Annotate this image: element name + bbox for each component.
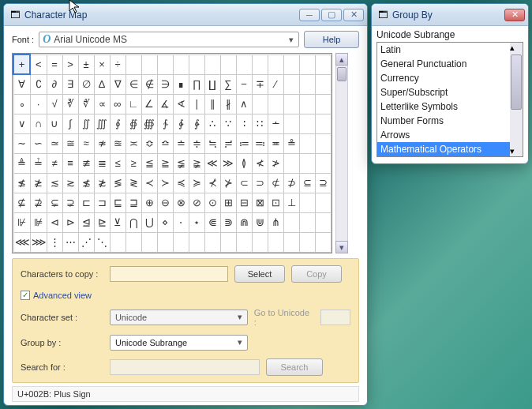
help-button[interactable]: Help xyxy=(304,31,359,48)
char-cell[interactable]: ∛ xyxy=(62,94,78,114)
char-cell[interactable] xyxy=(126,232,141,252)
char-cell[interactable] xyxy=(252,94,268,114)
char-cell[interactable]: ⊴ xyxy=(78,212,94,232)
char-cell[interactable] xyxy=(299,232,315,252)
char-cell[interactable] xyxy=(315,193,331,212)
char-cell[interactable]: ≎ xyxy=(141,133,157,153)
char-cell[interactable]: ⊁ xyxy=(220,173,236,193)
char-cell[interactable]: ∂ xyxy=(47,74,62,94)
char-cell[interactable] xyxy=(315,133,331,153)
char-cell[interactable] xyxy=(315,212,331,232)
char-cell[interactable]: ≣ xyxy=(94,153,110,173)
list-item[interactable]: Latin xyxy=(377,43,510,57)
char-cell[interactable]: ≲ xyxy=(47,173,62,193)
char-cell[interactable]: ⊳ xyxy=(62,212,78,232)
char-cell[interactable]: ⋮ xyxy=(47,232,62,252)
char-cell[interactable]: ⊡ xyxy=(268,193,283,212)
char-cell[interactable]: ⊇ xyxy=(315,173,331,193)
char-cell[interactable]: ⊏ xyxy=(78,193,94,212)
char-cell[interactable] xyxy=(141,54,157,74)
list-item[interactable]: Currency xyxy=(377,71,510,85)
char-cell[interactable]: ≥ xyxy=(126,153,141,173)
char-cell[interactable]: ≵ xyxy=(94,173,110,193)
char-cell[interactable]: ⋂ xyxy=(126,212,141,232)
char-cell[interactable]: ≟ xyxy=(30,153,47,173)
group-titlebar[interactable]: 🗔 Group By ✕ xyxy=(372,4,528,26)
char-cell[interactable]: ∕ xyxy=(268,74,283,94)
char-cell[interactable]: ∡ xyxy=(157,94,173,114)
char-cell[interactable]: ≯ xyxy=(268,153,283,173)
char-cell[interactable]: ⊑ xyxy=(110,193,126,212)
char-cell[interactable]: ∠ xyxy=(141,94,157,114)
char-cell[interactable]: ≴ xyxy=(78,173,94,193)
char-cell[interactable]: ⊻ xyxy=(110,212,126,232)
char-cell[interactable]: ⊈ xyxy=(13,193,30,212)
char-cell[interactable] xyxy=(268,232,283,252)
char-cell[interactable]: ≧ xyxy=(157,153,173,173)
char-cell[interactable]: ∀ xyxy=(13,74,30,94)
list-item[interactable]: Miscellaneous Technical xyxy=(377,156,510,157)
char-cell[interactable]: × xyxy=(94,54,110,74)
char-cell[interactable]: ≬ xyxy=(236,153,252,173)
char-cell[interactable]: ⊙ xyxy=(204,193,220,212)
char-cell[interactable]: ⋄ xyxy=(157,212,173,232)
char-cell[interactable]: ≊ xyxy=(110,133,126,153)
char-cell[interactable]: ∮ xyxy=(110,114,126,133)
scroll-track[interactable] xyxy=(335,66,348,241)
char-cell[interactable]: ≢ xyxy=(78,153,94,173)
char-cell[interactable] xyxy=(220,232,236,252)
char-cell[interactable]: ∫ xyxy=(62,114,78,133)
copy-button[interactable]: Copy xyxy=(291,265,342,283)
char-cell[interactable]: ∘ xyxy=(13,94,30,114)
char-cell[interactable]: ≨ xyxy=(173,153,189,173)
char-cell[interactable]: ⊖ xyxy=(157,193,173,212)
char-cell[interactable]: ∣ xyxy=(189,94,204,114)
group-close-button[interactable]: ✕ xyxy=(504,9,525,21)
char-cell[interactable] xyxy=(299,193,315,212)
char-cell[interactable]: ⊥ xyxy=(283,193,299,212)
char-cell[interactable]: ∟ xyxy=(126,94,141,114)
char-cell[interactable] xyxy=(315,153,331,173)
char-cell[interactable]: ≒ xyxy=(204,133,220,153)
char-cell[interactable]: ⋯ xyxy=(62,232,78,252)
char-cell[interactable]: ∓ xyxy=(252,74,268,94)
char-cell[interactable]: ⋱ xyxy=(94,232,110,252)
char-cell[interactable]: ⊂ xyxy=(236,173,252,193)
char-cell[interactable]: ⋰ xyxy=(78,232,94,252)
char-cell[interactable]: ∈ xyxy=(126,74,141,94)
scroll-thumb[interactable] xyxy=(511,54,522,110)
char-cell[interactable] xyxy=(110,232,126,252)
char-cell[interactable]: ≈ xyxy=(78,133,94,153)
char-cell[interactable]: ∋ xyxy=(157,74,173,94)
char-cell[interactable]: ≐ xyxy=(173,133,189,153)
list-item[interactable]: Arrows xyxy=(377,128,510,142)
char-cell[interactable] xyxy=(299,94,315,114)
char-cell[interactable] xyxy=(283,232,299,252)
select-button[interactable]: Select xyxy=(234,265,285,283)
char-cell[interactable] xyxy=(236,232,252,252)
char-cell[interactable]: − xyxy=(236,74,252,94)
char-cell[interactable]: ≦ xyxy=(141,153,157,173)
list-item[interactable]: General Punctuation xyxy=(377,57,510,71)
char-cell[interactable]: ≤ xyxy=(110,153,126,173)
characters-to-copy-input[interactable] xyxy=(110,266,228,282)
char-cell[interactable]: ∜ xyxy=(78,94,94,114)
char-cell[interactable]: ∎ xyxy=(173,74,189,94)
char-cell[interactable]: ≮ xyxy=(252,153,268,173)
char-cell[interactable]: ∞ xyxy=(110,94,126,114)
char-cell[interactable]: ⋘ xyxy=(13,232,30,252)
grid-scrollbar[interactable]: ▴ ▾ xyxy=(335,53,348,253)
char-cell[interactable] xyxy=(283,74,299,94)
scroll-down-icon[interactable]: ▾ xyxy=(510,146,523,156)
char-cell[interactable]: ≕ xyxy=(252,133,268,153)
char-cell[interactable]: ⋙ xyxy=(30,232,47,252)
char-cell[interactable] xyxy=(236,54,252,74)
char-cell[interactable] xyxy=(268,54,283,74)
char-cell[interactable]: ∁ xyxy=(30,74,47,94)
char-cell[interactable] xyxy=(299,54,315,74)
char-cell[interactable]: ≳ xyxy=(62,173,78,193)
char-cell[interactable]: ∑ xyxy=(220,74,236,94)
char-cell[interactable]: ∇ xyxy=(110,74,126,94)
char-cell[interactable] xyxy=(252,232,268,252)
char-cell[interactable]: ≍ xyxy=(126,133,141,153)
